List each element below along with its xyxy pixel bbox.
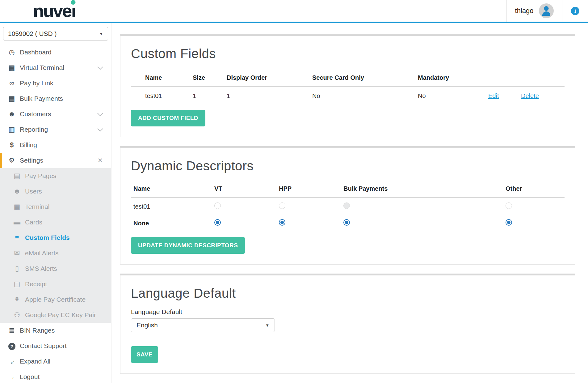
table-row: test01	[131, 198, 565, 215]
settings-gear-icon: ⚙	[7, 156, 17, 164]
sidebar-item-cards[interactable]: ▬ Cards	[0, 215, 111, 230]
app-window: nuveı thiago i 1059002 ( USD ) ▼ ◷ Dashb…	[0, 0, 588, 383]
cell-name: None	[131, 215, 212, 232]
sidebar-item-pay-by-link[interactable]: ∞ Pay by Link	[0, 75, 111, 91]
expand-all-icon: ↔	[5, 355, 18, 368]
radio-none-hpp[interactable]	[279, 219, 285, 226]
account-selector-value: 1059002 ( USD )	[8, 30, 57, 37]
terminal-icon: ▦	[12, 203, 22, 211]
column-header-display-order: Display Order	[222, 70, 308, 87]
billing-icon: $	[7, 141, 17, 149]
sidebar-item-virtual-terminal[interactable]: ▦ Virtual Terminal	[0, 60, 111, 75]
bulk-payments-icon: ▤	[7, 95, 17, 103]
sidebar: 1059002 ( USD ) ▼ ◷ Dashboard ▦ Virtual …	[0, 23, 111, 383]
customers-icon: ☻	[7, 110, 17, 118]
update-dynamic-descriptors-button[interactable]: UPDATE DYNAMIC DESCRIPTORS	[131, 237, 245, 254]
sidebar-nav: ◷ Dashboard ▦ Virtual Terminal ∞ Pay by …	[0, 45, 111, 383]
delete-link[interactable]: Delete	[521, 92, 539, 99]
cell-name: test01	[131, 198, 212, 215]
android-icon: ⚇	[12, 311, 22, 319]
language-select[interactable]: English ▼	[131, 318, 275, 332]
dynamic-descriptors-table: Name VT HPP Bulk Payments Other test01	[131, 181, 565, 232]
sidebar-item-sms-alerts[interactable]: ▯ SMS Alerts	[0, 261, 111, 276]
user-menu[interactable]: thiago	[506, 0, 562, 22]
username: thiago	[515, 7, 534, 15]
pay-by-link-icon: ∞	[7, 79, 17, 87]
receipt-icon: ▢	[12, 280, 22, 288]
radio-test01-hpp[interactable]	[279, 202, 285, 209]
add-custom-field-button[interactable]: ADD CUSTOM FIELD	[131, 110, 205, 126]
sms-alerts-icon: ▯	[12, 265, 22, 273]
radio-none-vt[interactable]	[214, 219, 221, 226]
column-header-edit	[484, 70, 517, 87]
chevron-down-icon	[97, 126, 103, 131]
dynamic-descriptors-card: Dynamic Descriptors Name VT HPP Bulk Pay…	[120, 146, 575, 265]
column-header-delete	[517, 70, 565, 87]
table-header-row: Name Size Display Order Secure Card Only…	[131, 70, 565, 87]
column-header-secure-card-only: Secure Card Only	[308, 70, 414, 87]
dropdown-arrow-icon: ▼	[99, 32, 103, 36]
top-bar: nuveı thiago i	[0, 0, 588, 23]
logo-wrap: nuveı	[0, 0, 506, 22]
sidebar-item-billing[interactable]: $ Billing	[0, 137, 111, 153]
radio-test01-bulk-payments[interactable]	[343, 202, 350, 209]
sidebar-item-contact-support[interactable]: ? Contact Support	[0, 338, 111, 354]
apple-icon: ♠	[12, 296, 22, 304]
edit-link[interactable]: Edit	[488, 92, 499, 99]
logo-dot-icon	[71, 0, 75, 5]
account-selector[interactable]: 1059002 ( USD ) ▼	[3, 27, 108, 40]
sidebar-item-dashboard[interactable]: ◷ Dashboard	[0, 45, 111, 60]
contact-support-icon: ?	[8, 343, 15, 350]
radio-none-other[interactable]	[506, 219, 512, 226]
column-header-hpp: HPP	[276, 181, 341, 198]
language-select-value: English	[136, 321, 158, 329]
sidebar-item-apple-pay-certificate[interactable]: ♠ Apple Pay Certificate	[0, 292, 111, 307]
chevron-down-icon	[97, 64, 103, 70]
nuvei-logo: nuveı	[33, 2, 75, 20]
radio-test01-vt[interactable]	[214, 202, 221, 209]
page-title-dynamic-descriptors: Dynamic Descriptors	[131, 159, 565, 173]
pay-pages-icon: ▤	[12, 172, 22, 180]
logout-icon: →	[7, 373, 17, 381]
reporting-icon: ▥	[7, 126, 17, 134]
sidebar-item-pay-pages[interactable]: ▤ Pay Pages	[0, 168, 111, 184]
sidebar-item-bin-ranges[interactable]: ≣ BIN Ranges	[0, 323, 111, 338]
sidebar-item-users[interactable]: ☻ Users	[0, 184, 111, 199]
save-button[interactable]: SAVE	[131, 346, 158, 363]
page-title-language-default: Language Default	[131, 286, 565, 301]
main-content: Custom Fields Name Size Display Order Se…	[111, 23, 588, 383]
column-header-mandatory: Mandatory	[414, 70, 484, 87]
users-icon: ☻	[12, 187, 22, 195]
close-icon[interactable]: ×	[98, 156, 103, 165]
column-header-name: Name	[131, 70, 188, 87]
sidebar-item-receipt[interactable]: ▢ Receipt	[0, 276, 111, 292]
bin-ranges-icon: ≣	[7, 326, 17, 334]
sidebar-item-logout[interactable]: → Logout	[0, 369, 111, 383]
table-row: test01 1 1 No No Edit Delete	[131, 87, 565, 105]
dashboard-icon: ◷	[7, 48, 17, 56]
custom-fields-table: Name Size Display Order Secure Card Only…	[131, 70, 565, 105]
user-avatar-icon[interactable]	[539, 3, 554, 18]
info-icon[interactable]: i	[571, 7, 579, 15]
sidebar-item-terminal[interactable]: ▦ Terminal	[0, 199, 111, 215]
radio-none-bulk-payments[interactable]	[343, 219, 350, 226]
page-title-custom-fields: Custom Fields	[131, 46, 565, 61]
table-row: None	[131, 215, 565, 232]
sidebar-item-google-pay-ec-key-pair[interactable]: ⚇ Google Pay EC Key Pair	[0, 307, 111, 323]
terminal-icon: ▦	[7, 64, 17, 72]
sidebar-item-settings[interactable]: ⚙ Settings ×	[0, 153, 111, 168]
sidebar-item-custom-fields[interactable]: ≡ Custom Fields	[0, 230, 111, 245]
dropdown-arrow-icon: ▼	[265, 323, 269, 328]
info-box: i	[562, 0, 588, 22]
sidebar-item-email-alerts[interactable]: ✉ eMail Alerts	[0, 245, 111, 261]
sidebar-item-expand-all[interactable]: ↔ Expand All	[0, 354, 111, 369]
sidebar-item-bulk-payments[interactable]: ▤ Bulk Payments	[0, 91, 111, 106]
cell-mandatory: No	[414, 87, 484, 105]
radio-test01-other[interactable]	[506, 202, 512, 209]
sidebar-item-customers[interactable]: ☻ Customers	[0, 106, 111, 122]
sidebar-item-reporting[interactable]: ▥ Reporting	[0, 122, 111, 137]
language-default-label: Language Default	[131, 308, 565, 316]
language-default-card: Language Default Language Default Englis…	[120, 274, 575, 374]
email-alerts-icon: ✉	[12, 249, 22, 257]
cell-name: test01	[131, 87, 188, 105]
